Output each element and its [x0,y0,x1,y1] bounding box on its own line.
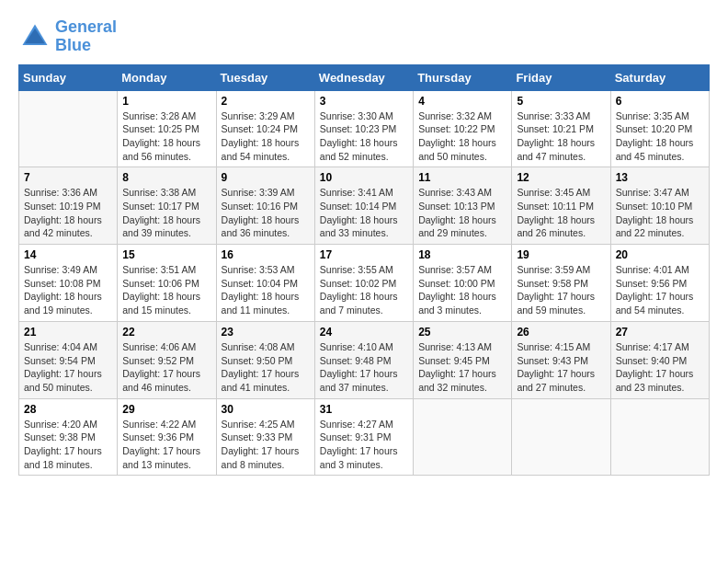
day-info: Sunrise: 4:01 AM Sunset: 9:56 PM Dayligh… [616,263,704,317]
calendar-cell: 15Sunrise: 3:51 AM Sunset: 10:06 PM Dayl… [118,245,216,322]
day-number: 3 [320,95,408,108]
day-number: 21 [24,326,112,339]
day-info: Sunrise: 3:33 AM Sunset: 10:21 PM Daylig… [517,109,605,164]
page-header: General Blue [18,18,710,55]
calendar-cell: 10Sunrise: 3:41 AM Sunset: 10:14 PM Dayl… [314,167,413,245]
calendar-cell: 28Sunrise: 4:20 AM Sunset: 9:38 PM Dayli… [19,398,118,476]
calendar-cell: 31Sunrise: 4:27 AM Sunset: 9:31 PM Dayli… [314,398,413,476]
day-info: Sunrise: 3:38 AM Sunset: 10:17 PM Daylig… [122,186,210,240]
day-number: 16 [222,248,310,261]
calendar-cell: 30Sunrise: 4:25 AM Sunset: 9:33 PM Dayli… [216,398,314,476]
day-info: Sunrise: 4:20 AM Sunset: 9:38 PM Dayligh… [24,418,112,472]
calendar-table: SundayMondayTuesdayWednesdayThursdayFrid… [18,64,710,477]
calendar-cell: 1Sunrise: 3:28 AM Sunset: 10:25 PM Dayli… [118,90,216,167]
day-number: 6 [616,95,704,108]
calendar-header-row: SundayMondayTuesdayWednesdayThursdayFrid… [19,64,710,90]
day-info: Sunrise: 4:08 AM Sunset: 9:50 PM Dayligh… [222,340,310,395]
day-number: 12 [517,171,605,184]
calendar-cell: 9Sunrise: 3:39 AM Sunset: 10:16 PM Dayli… [216,167,314,245]
day-number: 30 [222,403,310,416]
day-info: Sunrise: 4:10 AM Sunset: 9:48 PM Dayligh… [320,340,408,395]
calendar-week-row: 14Sunrise: 3:49 AM Sunset: 10:08 PM Dayl… [19,245,710,322]
day-info: Sunrise: 3:32 AM Sunset: 10:22 PM Daylig… [418,109,506,164]
day-header-thursday: Thursday [414,64,512,90]
day-info: Sunrise: 3:36 AM Sunset: 10:19 PM Daylig… [24,186,112,240]
calendar-cell: 2Sunrise: 3:29 AM Sunset: 10:24 PM Dayli… [216,90,314,167]
day-info: Sunrise: 3:41 AM Sunset: 10:14 PM Daylig… [320,186,408,240]
calendar-cell: 5Sunrise: 3:33 AM Sunset: 10:21 PM Dayli… [512,90,610,167]
calendar-cell [414,398,512,476]
day-info: Sunrise: 3:49 AM Sunset: 10:08 PM Daylig… [24,263,112,317]
day-info: Sunrise: 3:45 AM Sunset: 10:11 PM Daylig… [517,186,605,240]
day-number: 22 [122,326,210,339]
calendar-cell: 11Sunrise: 3:43 AM Sunset: 10:13 PM Dayl… [414,167,512,245]
day-number: 24 [320,326,408,339]
day-header-tuesday: Tuesday [216,64,314,90]
calendar-cell: 20Sunrise: 4:01 AM Sunset: 9:56 PM Dayli… [610,245,709,322]
day-number: 10 [320,171,408,184]
logo: General Blue [18,18,117,55]
day-number: 28 [24,403,112,416]
day-number: 18 [418,248,506,261]
calendar-cell: 22Sunrise: 4:06 AM Sunset: 9:52 PM Dayli… [118,321,216,398]
day-info: Sunrise: 3:28 AM Sunset: 10:25 PM Daylig… [122,109,210,164]
day-number: 13 [616,171,704,184]
calendar-cell: 23Sunrise: 4:08 AM Sunset: 9:50 PM Dayli… [216,321,314,398]
day-number: 26 [517,326,605,339]
calendar-cell: 12Sunrise: 3:45 AM Sunset: 10:11 PM Dayl… [512,167,610,245]
calendar-cell [19,90,118,167]
calendar-cell: 4Sunrise: 3:32 AM Sunset: 10:22 PM Dayli… [414,90,512,167]
day-info: Sunrise: 4:15 AM Sunset: 9:43 PM Dayligh… [517,340,605,395]
day-info: Sunrise: 3:39 AM Sunset: 10:16 PM Daylig… [222,186,310,240]
day-number: 9 [222,171,310,184]
day-info: Sunrise: 3:29 AM Sunset: 10:24 PM Daylig… [222,109,310,164]
day-number: 19 [517,248,605,261]
day-number: 11 [418,171,506,184]
calendar-cell: 13Sunrise: 3:47 AM Sunset: 10:10 PM Dayl… [610,167,709,245]
day-info: Sunrise: 4:06 AM Sunset: 9:52 PM Dayligh… [122,340,210,395]
day-number: 8 [122,171,210,184]
day-number: 23 [222,326,310,339]
logo-icon [18,20,51,53]
calendar-week-row: 21Sunrise: 4:04 AM Sunset: 9:54 PM Dayli… [19,321,710,398]
calendar-cell: 27Sunrise: 4:17 AM Sunset: 9:40 PM Dayli… [610,321,709,398]
day-info: Sunrise: 4:04 AM Sunset: 9:54 PM Dayligh… [24,340,112,395]
day-header-monday: Monday [118,64,216,90]
calendar-week-row: 7Sunrise: 3:36 AM Sunset: 10:19 PM Dayli… [19,167,710,245]
day-number: 5 [517,95,605,108]
day-number: 7 [24,171,112,184]
day-number: 1 [122,95,210,108]
day-number: 14 [24,248,112,261]
day-info: Sunrise: 3:43 AM Sunset: 10:13 PM Daylig… [418,186,506,240]
day-number: 27 [616,326,704,339]
day-info: Sunrise: 3:47 AM Sunset: 10:10 PM Daylig… [616,186,704,240]
calendar-cell: 8Sunrise: 3:38 AM Sunset: 10:17 PM Dayli… [118,167,216,245]
calendar-cell: 14Sunrise: 3:49 AM Sunset: 10:08 PM Dayl… [19,245,118,322]
day-number: 4 [418,95,506,108]
calendar-cell [512,398,610,476]
day-number: 29 [122,403,210,416]
calendar-cell: 19Sunrise: 3:59 AM Sunset: 9:58 PM Dayli… [512,245,610,322]
calendar-cell: 16Sunrise: 3:53 AM Sunset: 10:04 PM Dayl… [216,245,314,322]
calendar-cell: 21Sunrise: 4:04 AM Sunset: 9:54 PM Dayli… [19,321,118,398]
day-number: 20 [616,248,704,261]
calendar-cell: 26Sunrise: 4:15 AM Sunset: 9:43 PM Dayli… [512,321,610,398]
day-number: 31 [320,403,408,416]
day-header-friday: Friday [512,64,610,90]
calendar-cell [610,398,709,476]
day-info: Sunrise: 4:13 AM Sunset: 9:45 PM Dayligh… [418,340,506,395]
day-info: Sunrise: 3:55 AM Sunset: 10:02 PM Daylig… [320,263,408,317]
calendar-cell: 7Sunrise: 3:36 AM Sunset: 10:19 PM Dayli… [19,167,118,245]
day-info: Sunrise: 3:57 AM Sunset: 10:00 PM Daylig… [418,263,506,317]
day-info: Sunrise: 3:59 AM Sunset: 9:58 PM Dayligh… [517,263,605,317]
day-info: Sunrise: 3:53 AM Sunset: 10:04 PM Daylig… [222,263,310,317]
day-info: Sunrise: 4:27 AM Sunset: 9:31 PM Dayligh… [320,418,408,472]
day-info: Sunrise: 4:22 AM Sunset: 9:36 PM Dayligh… [122,418,210,472]
logo-text: General Blue [55,18,117,55]
day-info: Sunrise: 3:30 AM Sunset: 10:23 PM Daylig… [320,109,408,164]
day-info: Sunrise: 3:51 AM Sunset: 10:06 PM Daylig… [122,263,210,317]
day-header-sunday: Sunday [19,64,118,90]
calendar-cell: 24Sunrise: 4:10 AM Sunset: 9:48 PM Dayli… [314,321,413,398]
calendar-cell: 3Sunrise: 3:30 AM Sunset: 10:23 PM Dayli… [314,90,413,167]
calendar-cell: 6Sunrise: 3:35 AM Sunset: 10:20 PM Dayli… [610,90,709,167]
